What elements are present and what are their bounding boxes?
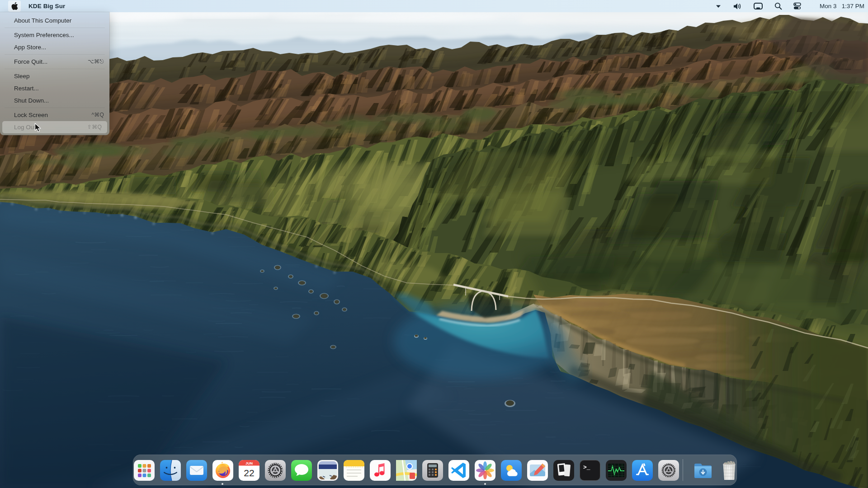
svg-text:>_: >_ <box>583 464 590 471</box>
svg-text:JUN: JUN <box>245 461 253 465</box>
svg-text:22: 22 <box>244 468 254 478</box>
